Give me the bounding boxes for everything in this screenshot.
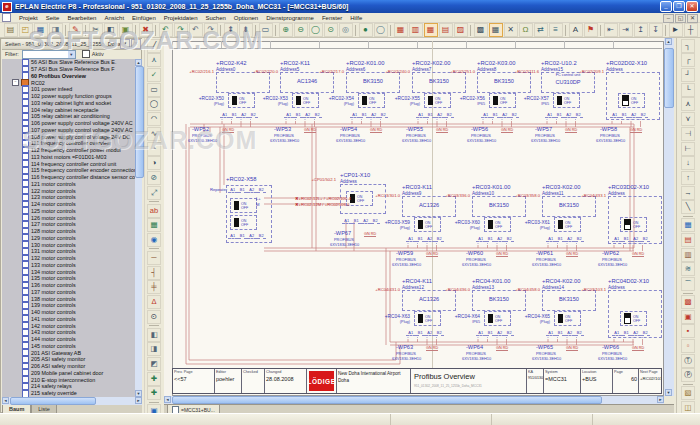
- menu-projektdaten[interactable]: Projektdaten: [160, 15, 202, 21]
- onoff-switch[interactable]: ONOFF: [484, 311, 511, 326]
- window-icon[interactable]: ▭: [259, 23, 273, 37]
- scroll-right-icon[interactable]: ►: [135, 397, 142, 404]
- duplicate-icon[interactable]: ◩: [147, 357, 161, 371]
- pan-icon[interactable]: ●: [359, 23, 373, 37]
- scroll-down-icon[interactable]: ▼: [135, 390, 142, 397]
- connection-3-icon[interactable]: ╪: [147, 280, 161, 294]
- stamp-green2-icon[interactable]: ✚: [147, 386, 161, 400]
- crosshair-icon[interactable]: ┼: [684, 23, 698, 37]
- zoom-window-icon[interactable]: ◯: [309, 23, 323, 37]
- menu-ansicht[interactable]: Ansicht: [100, 15, 128, 21]
- sector-tool-icon[interactable]: ◔: [147, 142, 161, 156]
- connection-1-icon[interactable]: ─: [147, 251, 161, 265]
- circle-tool-icon[interactable]: ◯: [147, 97, 161, 111]
- t-node-right-icon[interactable]: ⊢: [681, 142, 695, 156]
- arrow-right-icon[interactable]: →: [681, 186, 695, 200]
- interruption-point-icon[interactable]: ▦: [681, 218, 695, 232]
- zoom-in-icon[interactable]: ⊕: [279, 23, 293, 37]
- logic-icon[interactable]: Ω: [519, 23, 533, 37]
- corner-dl-icon[interactable]: ┐: [681, 39, 695, 53]
- snap-off-icon[interactable]: ✕: [504, 23, 518, 37]
- rectangle-tool-icon[interactable]: ▭: [147, 83, 161, 97]
- onoff-switch[interactable]: ONOFF: [618, 93, 645, 108]
- slash-icon[interactable]: ╲: [681, 200, 695, 214]
- minimize-button[interactable]: _: [660, 1, 672, 12]
- redo-icon[interactable]: ↷: [174, 23, 188, 37]
- copy-icon[interactable]: ◧: [104, 23, 118, 37]
- menu-seite[interactable]: Seite: [42, 15, 64, 21]
- menu-bearbeiten[interactable]: Bearbeiten: [63, 15, 100, 21]
- onoff-switch[interactable]: ONOFF: [620, 217, 647, 232]
- mdi-restore-button[interactable]: ◱: [675, 14, 686, 23]
- menu-einfügen[interactable]: Einfügen: [128, 15, 160, 21]
- onoff-switch[interactable]: ONOFF: [554, 217, 581, 232]
- paste-graphic-icon[interactable]: ◨: [147, 342, 161, 356]
- structure-box-icon[interactable]: ▫: [681, 339, 695, 353]
- onoff-switch[interactable]: ONOFF: [620, 311, 647, 326]
- trim-tool-icon[interactable]: ⊘: [147, 171, 161, 185]
- arrow-down-icon[interactable]: ↓: [681, 156, 695, 170]
- save-icon[interactable]: ▦: [34, 23, 48, 37]
- swap-icon[interactable]: ⇄: [534, 23, 548, 37]
- align-left-icon[interactable]: ⇤: [604, 23, 618, 37]
- onoff-switch[interactable]: ONOFF: [553, 93, 580, 108]
- canvas-vertical-scrollbar[interactable]: ▲ ▼: [664, 38, 674, 396]
- zoom-previous-icon[interactable]: ◎: [339, 23, 353, 37]
- align-bottom-icon[interactable]: ↧: [649, 23, 663, 37]
- onoff-switch[interactable]: ONOFF: [230, 198, 257, 213]
- canvas-horizontal-scrollbar[interactable]: ◄ ►: [164, 396, 664, 404]
- scrollbar-thumb[interactable]: [10, 397, 96, 405]
- page-back-icon[interactable]: ⇞: [224, 23, 238, 37]
- menu-suchen[interactable]: Suchen: [201, 15, 229, 21]
- t-node-icon[interactable]: ⋏: [147, 53, 161, 67]
- chevron-down-icon[interactable]: ▼: [68, 51, 75, 58]
- corner-ur-icon[interactable]: └: [681, 83, 695, 97]
- onoff-switch[interactable]: ONOFF: [484, 217, 511, 232]
- align-icon[interactable]: ≡: [549, 23, 563, 37]
- menu-projekt[interactable]: Projekt: [15, 15, 42, 21]
- redraw-icon[interactable]: ◯: [374, 23, 388, 37]
- text-tool-icon[interactable]: A: [569, 23, 583, 37]
- undo-icon[interactable]: ↶: [159, 23, 173, 37]
- open-project-icon[interactable]: ◰: [19, 23, 33, 37]
- tree-horizontal-scrollbar[interactable]: ◄ ►: [2, 397, 142, 405]
- new-page-icon[interactable]: ▤: [4, 23, 18, 37]
- menu-dienstprogramme[interactable]: Dienstprogramme: [262, 15, 318, 21]
- device-box-icon[interactable]: ▣: [681, 310, 695, 324]
- onoff-switch[interactable]: ONOFF: [554, 311, 581, 326]
- align-right-icon[interactable]: ⇥: [619, 23, 633, 37]
- tree-vertical-scrollbar[interactable]: ▲ ▼: [135, 59, 142, 397]
- page-forward-icon[interactable]: ⇟: [239, 23, 253, 37]
- potential-icon[interactable]: ▤: [681, 233, 695, 247]
- onoff-switch[interactable]: ONOFF: [230, 215, 257, 230]
- angle-dim-icon[interactable]: ⊙: [147, 310, 161, 324]
- paste-icon[interactable]: ▣: [119, 23, 133, 37]
- undo-list-icon[interactable]: ↶: [189, 23, 203, 37]
- align-top-icon[interactable]: ↥: [634, 23, 648, 37]
- corner-ul-icon[interactable]: ┘: [681, 68, 695, 82]
- select-icon[interactable]: ►: [669, 23, 683, 37]
- busbar-icon[interactable]: ▥: [681, 248, 695, 262]
- scroll-left-icon[interactable]: ◄: [164, 396, 171, 403]
- onoff-switch[interactable]: ONOFF: [414, 217, 441, 232]
- grid-1-icon[interactable]: ▦: [394, 23, 408, 37]
- scrollbar-thumb[interactable]: [135, 66, 144, 178]
- grid-3-icon[interactable]: ▦: [424, 23, 438, 37]
- tree-page-item[interactable]: 215 safety override: [2, 390, 135, 397]
- menu-fenster[interactable]: Fenster: [318, 15, 346, 21]
- check-icon[interactable]: ✓: [147, 68, 161, 82]
- scrollbar-thumb[interactable]: [664, 48, 674, 108]
- image-icon[interactable]: ▦: [147, 218, 161, 232]
- t-node-left-icon[interactable]: ⊣: [681, 127, 695, 141]
- cut-icon[interactable]: ✂: [89, 23, 103, 37]
- scroll-up-icon[interactable]: ▲: [135, 59, 142, 66]
- zoom-entire-icon[interactable]: ⊙: [324, 23, 338, 37]
- scroll-up-icon[interactable]: ▲: [665, 38, 672, 45]
- mdi-minimize-button[interactable]: –: [663, 14, 674, 23]
- cable-icon[interactable]: ≋: [681, 262, 695, 276]
- panel-close-icon[interactable]: ✕: [131, 39, 141, 49]
- menu-hilfe[interactable]: Hilfe: [346, 15, 366, 21]
- edit-pen-icon[interactable]: ✎: [69, 23, 83, 37]
- dimension-icon[interactable]: Δ: [147, 295, 161, 309]
- terminal-icon[interactable]: Ⓣ: [681, 354, 695, 368]
